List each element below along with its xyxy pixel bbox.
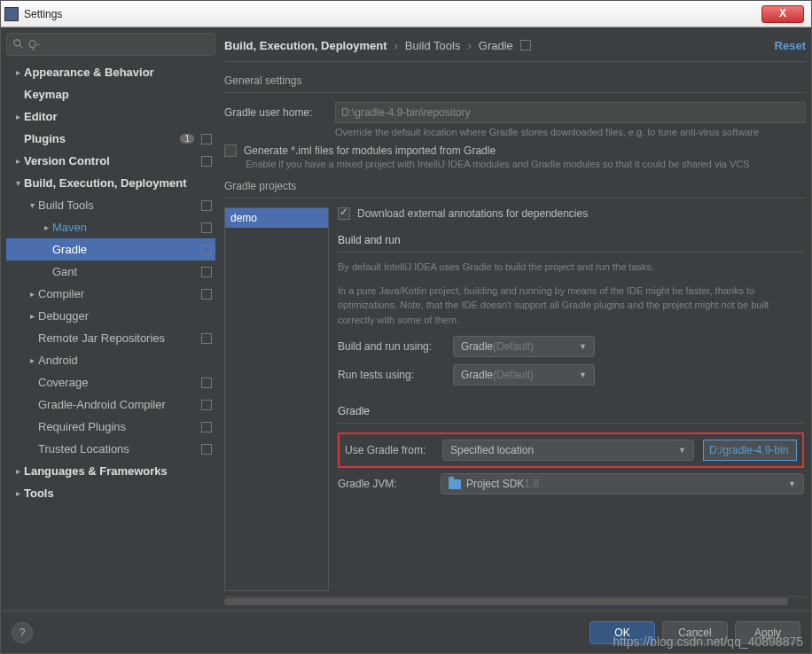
apply-button[interactable]: Apply bbox=[735, 621, 800, 644]
chevron-right-icon: ▸ bbox=[12, 67, 24, 77]
crumb-3: Gradle bbox=[479, 39, 513, 52]
tree-item-trusted-locations[interactable]: ▸Trusted Locations bbox=[6, 438, 215, 460]
gradle-path-field[interactable]: D:/gradle-4.9-bin bbox=[703, 440, 797, 461]
scrollbar-thumb[interactable] bbox=[224, 598, 788, 605]
build-using-label: Build and run using: bbox=[338, 340, 453, 353]
project-config-icon bbox=[201, 289, 212, 300]
tree-label: Tools bbox=[24, 487, 212, 500]
project-config-icon bbox=[201, 245, 212, 255]
build-using-row: Build and run using: Gradle (Default) ▼ bbox=[338, 336, 804, 357]
close-button[interactable]: X bbox=[761, 5, 804, 23]
tree-item-tools[interactable]: ▸Tools bbox=[6, 482, 215, 504]
tree-label: Compiler bbox=[38, 287, 198, 300]
project-config-icon bbox=[201, 378, 212, 388]
tree-item-gradle[interactable]: ▸Gradle bbox=[6, 238, 215, 261]
chevron-down-icon: ▾ bbox=[12, 178, 24, 188]
tree-label: Appearance & Behavior bbox=[24, 66, 212, 79]
tree-item-gant[interactable]: ▸Gant bbox=[6, 261, 215, 283]
tests-using-combo[interactable]: Gradle (Default) ▼ bbox=[453, 364, 595, 385]
tree-label: Version Control bbox=[24, 154, 198, 167]
footer: ? OK Cancel Apply bbox=[1, 611, 811, 653]
window-title: Settings bbox=[24, 8, 761, 20]
build-using-combo[interactable]: Gradle (Default) ▼ bbox=[453, 336, 595, 357]
tree-label: Gradle-Android Compiler bbox=[38, 398, 198, 411]
tree-item-appearance-behavior[interactable]: ▸Appearance & Behavior bbox=[6, 61, 215, 83]
gradle-home-field[interactable]: D:\gradle-4.9-bin\repository bbox=[335, 102, 806, 123]
chevron-right-icon: ▸ bbox=[26, 355, 38, 365]
folder-icon bbox=[449, 479, 461, 489]
general-settings-title: General settings bbox=[224, 74, 806, 93]
highlight-box: Use Gradle from: Specified location ▼ D:… bbox=[338, 432, 804, 468]
tree-item-android[interactable]: ▸Android bbox=[6, 349, 215, 371]
projects-split: demo Download external annotations for d… bbox=[224, 207, 806, 591]
svg-line-1 bbox=[20, 45, 23, 49]
download-annotations-row: Download external annotations for depend… bbox=[338, 207, 804, 220]
tree-item-remote-jar-repositories[interactable]: ▸Remote Jar Repositories bbox=[6, 327, 215, 349]
tree-item-coverage[interactable]: ▸Coverage bbox=[6, 371, 215, 393]
badge-icon: 1 bbox=[180, 134, 194, 144]
search-icon bbox=[12, 38, 25, 51]
tree-label: Required Plugins bbox=[38, 420, 198, 433]
gradle-projects-title: Gradle projects bbox=[224, 180, 806, 199]
chevron-right-icon: ▸ bbox=[12, 112, 24, 121]
panel-body: General settings Gradle user home: D:\gr… bbox=[224, 69, 806, 605]
use-gradle-from-label: Use Gradle from: bbox=[345, 444, 442, 456]
sidebar: Q- ▸Appearance & Behavior▸Keymap▸Editor▸… bbox=[6, 33, 215, 605]
tree-item-required-plugins[interactable]: ▸Required Plugins bbox=[6, 416, 215, 438]
iml-checkbox[interactable] bbox=[224, 144, 237, 157]
app-icon bbox=[4, 7, 19, 21]
chevron-down-icon: ▼ bbox=[678, 446, 686, 455]
tree-item-keymap[interactable]: ▸Keymap bbox=[6, 83, 215, 105]
chevron-down-icon: ▼ bbox=[579, 342, 587, 351]
chevron-right-icon: ▸ bbox=[12, 488, 24, 498]
tree-item-plugins[interactable]: ▸Plugins1 bbox=[6, 128, 215, 150]
gradle-jvm-combo[interactable]: Project SDK 1.8 ▼ bbox=[441, 473, 804, 494]
crumb-2[interactable]: Build Tools bbox=[405, 39, 461, 52]
crumb-1[interactable]: Build, Execution, Deployment bbox=[224, 39, 386, 52]
project-list[interactable]: demo bbox=[224, 207, 329, 591]
ok-button[interactable]: OK bbox=[589, 621, 655, 644]
tree-item-debugger[interactable]: ▸Debugger bbox=[6, 305, 215, 327]
build-run-desc2: In a pure Java/Kotlin project, building … bbox=[338, 284, 804, 328]
build-run-title: Build and run bbox=[338, 234, 804, 253]
tree-item-build-tools[interactable]: ▾Build Tools bbox=[6, 194, 215, 216]
tree-item-build-execution-deployment[interactable]: ▾Build, Execution, Deployment bbox=[6, 172, 215, 194]
tree-label: Keymap bbox=[24, 88, 212, 101]
use-gradle-from-combo[interactable]: Specified location ▼ bbox=[442, 440, 694, 461]
breadcrumb: Build, Execution, Deployment › Build Too… bbox=[224, 33, 806, 58]
chevron-down-icon: ▾ bbox=[26, 200, 38, 210]
project-config-icon bbox=[201, 200, 212, 211]
tests-using-label: Run tests using: bbox=[338, 369, 453, 381]
project-config-icon bbox=[201, 156, 212, 167]
tree-label: Languages & Frameworks bbox=[24, 464, 212, 478]
project-detail: Download external annotations for depend… bbox=[338, 207, 806, 591]
project-config-icon bbox=[201, 267, 212, 277]
tree-item-gradle-android-compiler[interactable]: ▸Gradle-Android Compiler bbox=[6, 393, 215, 416]
cancel-button[interactable]: Cancel bbox=[662, 621, 728, 644]
main-panel: Build, Execution, Deployment › Build Too… bbox=[224, 33, 806, 605]
search-input[interactable]: Q- bbox=[6, 33, 215, 56]
content-area: Q- ▸Appearance & Behavior▸Keymap▸Editor▸… bbox=[1, 27, 811, 611]
gradle-title: Gradle bbox=[338, 405, 804, 424]
download-annotations-checkbox[interactable] bbox=[338, 207, 350, 220]
iml-row: Generate *.iml files for modules importe… bbox=[224, 144, 806, 157]
settings-tree[interactable]: ▸Appearance & Behavior▸Keymap▸Editor▸Plu… bbox=[6, 61, 215, 605]
chevron-right-icon: ▸ bbox=[12, 466, 24, 476]
horizontal-scrollbar[interactable] bbox=[224, 596, 806, 605]
tree-item-languages-frameworks[interactable]: ▸Languages & Frameworks bbox=[6, 460, 215, 482]
title-bar[interactable]: Settings X bbox=[1, 1, 811, 27]
iml-label[interactable]: Generate *.iml files for modules importe… bbox=[244, 144, 496, 157]
download-annotations-label[interactable]: Download external annotations for depend… bbox=[357, 207, 588, 220]
chevron-right-icon: › bbox=[467, 39, 471, 52]
gradle-home-hint: Override the default location where Grad… bbox=[335, 127, 806, 137]
tree-label: Build Tools bbox=[38, 199, 198, 212]
help-button[interactable]: ? bbox=[12, 622, 33, 643]
tree-item-compiler[interactable]: ▸Compiler bbox=[6, 283, 215, 305]
project-item-demo[interactable]: demo bbox=[225, 208, 328, 228]
reset-link[interactable]: Reset bbox=[775, 39, 806, 52]
tree-item-maven[interactable]: ▸Maven bbox=[6, 216, 215, 238]
tree-item-version-control[interactable]: ▸Version Control bbox=[6, 150, 215, 172]
tree-label: Build, Execution, Deployment bbox=[24, 176, 212, 190]
tree-label: Android bbox=[38, 354, 212, 367]
tree-item-editor[interactable]: ▸Editor bbox=[6, 105, 215, 128]
